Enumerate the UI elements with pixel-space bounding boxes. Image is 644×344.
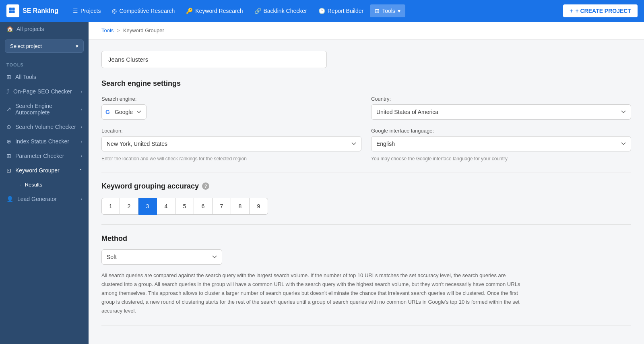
grid-icon: ⊞ <box>6 74 11 80</box>
plus-icon: + <box>570 8 573 14</box>
accuracy-btn-9[interactable]: 9 <box>250 198 268 215</box>
country-select[interactable]: United States of America <box>371 104 631 120</box>
breadcrumb-separator: > <box>117 27 120 33</box>
search-engine-settings-title: Search engine settings <box>101 79 631 88</box>
accuracy-btn-1[interactable]: 1 <box>101 198 120 215</box>
breadcrumb-current: Keyword Grouper <box>123 27 164 33</box>
project-name-input[interactable] <box>101 51 327 68</box>
tools-icon: ⊞ <box>375 8 380 14</box>
svg-rect-0 <box>9 8 12 10</box>
search-engine-select-wrap: G Google <box>101 104 361 120</box>
search-engine-label: Search engine: <box>101 96 361 102</box>
backlink-icon: 🔗 <box>254 8 261 14</box>
breadcrumb-parent[interactable]: Tools <box>101 27 114 33</box>
projects-icon: ☰ <box>73 8 78 14</box>
accuracy-buttons-group: 1 2 3 4 5 6 7 8 9 <box>101 198 631 215</box>
chevron-down-icon: ▾ <box>76 43 78 49</box>
sidebar-item-lead-generator[interactable]: 👤 Lead Generator › <box>0 192 89 206</box>
tools-section-label: TOOLS <box>0 56 89 70</box>
sidebar-item-index-checker[interactable]: ⊕ Index Status Checker › <box>0 134 89 149</box>
volume-icon: ⊙ <box>6 124 11 130</box>
chevron-right-icon: › <box>81 197 82 201</box>
google-g-icon: G <box>105 109 110 115</box>
search-engine-row: Search engine: G Google Country: United … <box>101 96 631 120</box>
nav-competitive-research[interactable]: ◎ Competitive Research <box>107 4 180 17</box>
divider-3 <box>101 325 631 325</box>
breadcrumb: Tools > Keyword Grouper <box>89 22 644 39</box>
report-icon: 🕐 <box>318 8 325 14</box>
chevron-right-icon: › <box>81 139 82 144</box>
nav-keyword-research[interactable]: 🔑 Keyword Research <box>181 4 248 17</box>
svg-rect-1 <box>12 8 14 10</box>
competitive-icon: ◎ <box>112 8 117 14</box>
keyword-icon: 🔑 <box>186 8 193 14</box>
nav-projects[interactable]: ☰ Projects <box>68 4 106 17</box>
brand-logo: SE Ranking <box>6 4 58 17</box>
brand-icon <box>6 4 19 17</box>
chevron-up-icon: ⌃ <box>79 168 82 173</box>
sidebar-all-projects[interactable]: 🏠 All projects <box>0 22 89 36</box>
accuracy-info-icon[interactable]: ? <box>202 182 209 190</box>
nav-backlink-checker[interactable]: 🔗 Backlink Checker <box>250 4 312 17</box>
top-navigation: SE Ranking ☰ Projects ◎ Competitive Rese… <box>0 0 644 22</box>
index-icon: ⊕ <box>6 138 11 145</box>
chevron-right-icon: › <box>81 89 82 94</box>
lead-icon: 👤 <box>6 196 13 202</box>
autocomplete-icon: ↗ <box>6 106 11 112</box>
home-icon: 🏠 <box>6 26 13 32</box>
country-label: Country: <box>371 96 631 102</box>
accuracy-btn-7[interactable]: 7 <box>213 198 231 215</box>
sidebar-item-all-tools[interactable]: ⊞ All Tools <box>0 70 89 84</box>
sidebar-item-results[interactable]: · Results <box>0 178 89 192</box>
svg-rect-2 <box>9 10 12 13</box>
location-group: Location: New York, United States Enter … <box>101 128 361 162</box>
location-label: Location: <box>101 128 361 134</box>
method-description: All search queries are compared against … <box>101 271 524 315</box>
accuracy-btn-8[interactable]: 8 <box>231 198 250 215</box>
page-icon: ⤴ <box>6 88 9 95</box>
country-group: Country: United States of America <box>371 96 631 120</box>
accuracy-btn-3[interactable]: 3 <box>138 198 157 215</box>
svg-rect-3 <box>12 10 14 13</box>
divider-2 <box>101 224 631 225</box>
method-select[interactable]: Soft Hard <box>101 249 222 265</box>
accuracy-btn-4[interactable]: 4 <box>157 198 175 215</box>
sidebar-item-parameter-checker[interactable]: ⊞ Parameter Checker › <box>0 149 89 163</box>
chevron-right-icon: › <box>81 107 82 112</box>
search-engine-group: Search engine: G Google <box>101 96 361 120</box>
sidebar: 🏠 All projects Select project ▾ TOOLS ⊞ … <box>0 22 89 344</box>
method-select-wrap: Soft Hard <box>101 249 222 265</box>
accuracy-section-title: Keyword grouping accuracy ? <box>101 182 631 191</box>
chevron-right-icon: › <box>81 154 82 158</box>
main-content: Tools > Keyword Grouper Search engine se… <box>89 22 644 344</box>
language-group: Google interface language: English You m… <box>371 128 631 162</box>
accuracy-btn-6[interactable]: 6 <box>194 198 213 215</box>
sidebar-item-onpage-seo[interactable]: ⤴ On-Page SEO Checker › <box>0 84 89 99</box>
chevron-right-icon: › <box>81 125 82 129</box>
sidebar-item-autocomplete[interactable]: ↗ Search Engine Autocomplete › <box>0 99 89 120</box>
location-row: Location: New York, United States Enter … <box>101 128 631 162</box>
tools-dropdown-icon: ▾ <box>398 8 400 14</box>
accuracy-btn-2[interactable]: 2 <box>120 198 138 215</box>
language-hint: You may choose the Google interface lang… <box>371 155 631 162</box>
language-label: Google interface language: <box>371 128 631 134</box>
nav-report-builder[interactable]: 🕐 Report Builder <box>314 4 369 17</box>
dot-icon: · <box>19 182 21 188</box>
language-select[interactable]: English <box>371 136 631 151</box>
location-hint: Enter the location and we will check ran… <box>101 155 361 162</box>
grouper-icon: ⊡ <box>6 167 11 174</box>
sidebar-item-volume-checker[interactable]: ⊙ Search Volume Checker › <box>0 120 89 134</box>
param-icon: ⊞ <box>6 153 11 159</box>
brand-name: SE Ranking <box>23 7 58 15</box>
location-select[interactable]: New York, United States <box>101 136 361 151</box>
accuracy-btn-5[interactable]: 5 <box>175 198 194 215</box>
sidebar-item-keyword-grouper[interactable]: ⊡ Keyword Grouper ⌃ <box>0 163 89 178</box>
project-selector[interactable]: Select project ▾ <box>5 39 84 53</box>
create-project-button[interactable]: + + CREATE PROJECT <box>563 4 638 17</box>
nav-tools[interactable]: ⊞ Tools ▾ <box>370 4 405 17</box>
divider-1 <box>101 172 631 172</box>
method-section-title: Method <box>101 234 631 243</box>
